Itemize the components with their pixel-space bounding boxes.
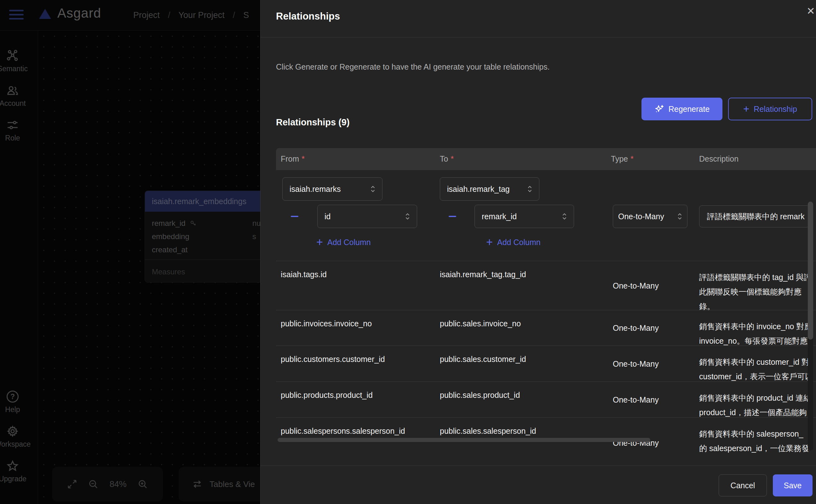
from-column-select[interactable]: id (317, 205, 417, 228)
chevron-updown-icon (527, 185, 532, 193)
column-header-type: Type* (611, 154, 634, 163)
relationship-type-select[interactable]: One-to-Many (613, 205, 687, 228)
vertical-scrollbar-thumb[interactable] (808, 202, 813, 340)
regenerate-button[interactable]: Regenerate (641, 98, 722, 120)
row-type: One-to-Many (613, 395, 659, 404)
chevron-updown-icon (562, 212, 567, 221)
required-asterisk: * (302, 154, 305, 163)
row-from: public.products.product_id (281, 391, 435, 400)
minus-icon (449, 216, 456, 217)
add-from-column-link[interactable]: + Add Column (316, 235, 371, 249)
row-to: public.sales.product_id (440, 391, 607, 400)
row-type: One-to-Many (613, 359, 659, 368)
column-header-to: To* (440, 154, 454, 163)
relationships-count-heading: Relationships (9) (276, 117, 350, 128)
plus-icon: + (743, 103, 749, 115)
row-from: isaiah.tags.id (281, 270, 435, 279)
cancel-button[interactable]: Cancel (719, 474, 767, 496)
row-type: One-to-Many (613, 281, 659, 290)
row-description: 銷售資料表中的 customer_id 對 customer_id，表示一位客戶… (699, 355, 816, 384)
modal-footer: Cancel Save (261, 466, 816, 504)
row-description: 評語標籤關聯表中的 tag_id 與評 此關聯反映一個標籤能夠對應 錄。 (699, 270, 816, 313)
row-from: public.invoices.invoice_no (281, 319, 435, 328)
intro-text: Click Generate or Regenerate to have the… (276, 62, 550, 72)
row-from: public.customers.customer_id (281, 355, 435, 364)
to-table-select[interactable]: isaiah.remark_tag (440, 177, 539, 201)
minus-icon (291, 216, 298, 217)
relationships-modal: Relationships ✕ Click Generate or Regene… (260, 0, 816, 504)
description-input[interactable]: 評語標籤關聯表中的 remark (699, 205, 809, 227)
modal-title: Relationships (276, 11, 340, 22)
sparkle-icon (654, 104, 664, 114)
remove-from-column-button[interactable] (290, 212, 299, 221)
from-table-select[interactable]: isaiah.remarks (282, 177, 382, 201)
table-row: public.customers.customer_id public.sale… (276, 346, 816, 381)
chevron-updown-icon (677, 212, 682, 221)
column-header-description: Description (699, 154, 738, 163)
table-row: public.invoices.invoice_no public.sales.… (276, 310, 816, 346)
save-button[interactable]: Save (773, 474, 813, 496)
remove-to-column-button[interactable] (448, 212, 457, 221)
table-header: From* To* Type* Description (276, 148, 816, 170)
required-asterisk: * (630, 154, 634, 163)
horizontal-scrollbar-thumb[interactable] (278, 438, 650, 442)
regenerate-label: Regenerate (669, 105, 710, 114)
row-description: 銷售資料表中的 invoice_no 對應 invoice_no。每張發票可能對… (699, 319, 816, 348)
add-relationship-label: Relationship (754, 105, 797, 114)
relationships-table: From* To* Type* Description isaiah.remar… (276, 148, 816, 461)
close-icon[interactable]: ✕ (807, 5, 815, 17)
row-description: 銷售資料表中的 salesperson_ 的 salesperson_id，一位… (699, 427, 816, 455)
required-asterisk: * (451, 154, 454, 163)
row-from: public.salespersons.salesperson_id (281, 427, 435, 436)
row-to: public.sales.salesperson_id (440, 427, 607, 436)
add-to-column-link[interactable]: + Add Column (486, 235, 541, 249)
plus-icon: + (316, 235, 323, 249)
chevron-updown-icon (371, 185, 375, 193)
row-description: 銷售資料表中的 product_id 連結 product_id，描述一個產品能… (699, 391, 816, 420)
plus-icon: + (486, 235, 493, 249)
row-type: One-to-Many (613, 324, 659, 333)
column-header-from: From* (281, 154, 305, 163)
row-to: public.sales.invoice_no (440, 319, 607, 328)
relationship-rows: isaiah.tags.id isaiah.remark_tag.tag_id … (276, 261, 816, 461)
table-row: public.products.product_id public.sales.… (276, 381, 816, 417)
chevron-updown-icon (405, 212, 410, 221)
add-relationship-button[interactable]: + Relationship (728, 98, 812, 120)
to-column-select[interactable]: remark_id (474, 205, 574, 228)
row-to: isaiah.remark_tag.tag_id (440, 270, 607, 279)
row-to: public.sales.customer_id (440, 355, 607, 364)
table-row: isaiah.tags.id isaiah.remark_tag.tag_id … (276, 261, 816, 310)
